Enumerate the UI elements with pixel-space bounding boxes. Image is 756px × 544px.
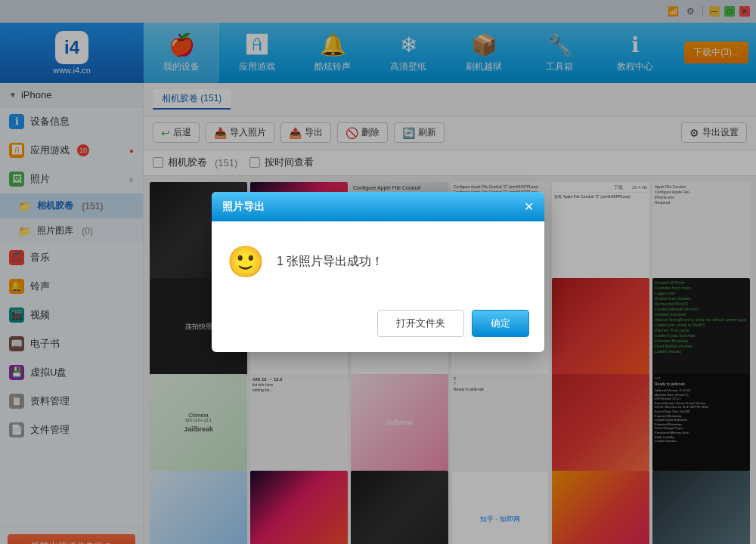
modal-overlay: 照片导出 ✕ 🙂 1 张照片导出成功！ 打开文件夹 确定 xyxy=(0,0,756,544)
modal-title: 照片导出 xyxy=(222,200,265,214)
export-success-modal: 照片导出 ✕ 🙂 1 张照片导出成功！ 打开文件夹 确定 xyxy=(212,192,544,352)
ok-button[interactable]: 确定 xyxy=(472,310,529,337)
modal-footer: 打开文件夹 确定 xyxy=(212,302,544,352)
modal-body: 🙂 1 张照片导出成功！ xyxy=(212,221,544,302)
open-folder-button[interactable]: 打开文件夹 xyxy=(377,310,464,337)
success-icon: 🙂 xyxy=(227,244,265,280)
modal-close-button[interactable]: ✕ xyxy=(524,199,534,214)
modal-header: 照片导出 ✕ xyxy=(212,192,544,221)
modal-message: 1 张照片导出成功！ xyxy=(277,254,383,270)
